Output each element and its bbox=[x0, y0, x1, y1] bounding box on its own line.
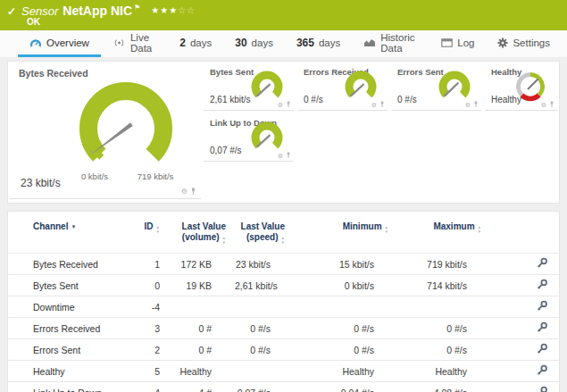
errors-sent-gauge bbox=[434, 70, 475, 105]
channel-name-cell[interactable]: Bytes Received bbox=[8, 254, 128, 275]
tile-pin-icon[interactable] bbox=[473, 101, 479, 108]
tab-historic-data[interactable]: Historic Data bbox=[352, 30, 429, 57]
channel-id-cell: 2 bbox=[128, 339, 163, 361]
minimum-cell: 15 kbit/s bbox=[303, 254, 406, 275]
gauge-min-label: 0 kbit/s bbox=[63, 171, 126, 181]
maximum-cell: 0 #/s bbox=[406, 339, 506, 361]
maximum-cell: 719 kbit/s bbox=[406, 254, 506, 275]
gauge-current-value: Healthy bbox=[491, 95, 521, 104]
gauge-tile-healthy[interactable]: Healthy Healthy ⚙ bbox=[485, 63, 557, 111]
channel-table: Channel▼ ID▲▼ Last Value (volume)▲▼ Last… bbox=[8, 217, 561, 392]
tile-pin-icon[interactable] bbox=[549, 101, 554, 108]
tile-pin-icon[interactable] bbox=[190, 188, 196, 196]
gauge-current-value: 23 kbit/s bbox=[21, 177, 61, 189]
table-row[interactable]: Link Up to Down 4 4 # 0,07 #/s 0,04 #/s … bbox=[8, 382, 561, 392]
tab-live-data[interactable]: Live Data bbox=[101, 30, 168, 57]
gear-icon bbox=[497, 38, 508, 48]
tile-gear-icon[interactable]: ⚙ bbox=[278, 102, 283, 108]
table-row[interactable]: Errors Sent 2 0 # 0 #/s 0 #/s 0 #/s bbox=[8, 339, 561, 361]
sort-caret-icon: ▼ bbox=[71, 224, 76, 229]
tile-gear-icon[interactable]: ⚙ bbox=[541, 102, 546, 108]
stars-filled: ★★★ bbox=[151, 5, 178, 15]
last-value-volume-cell: 172 KB bbox=[163, 254, 235, 275]
channel-settings-icon[interactable] bbox=[537, 343, 548, 356]
channel-name-cell[interactable]: Bytes Sent bbox=[8, 275, 128, 296]
tab-2-days[interactable]: 2 days bbox=[168, 30, 223, 57]
gauge-current-value: 0 #/s bbox=[397, 95, 417, 104]
table-row[interactable]: Healthy 5 Healthy Healthy Healthy bbox=[8, 361, 561, 382]
channel-name-cell[interactable]: Errors Received bbox=[8, 318, 128, 339]
tab-label: days bbox=[190, 38, 212, 48]
channel-id-cell: 1 bbox=[128, 254, 163, 275]
channel-settings-icon[interactable] bbox=[537, 257, 548, 271]
channel-name-cell[interactable]: Link Up to Down bbox=[8, 382, 128, 392]
tile-gear-icon[interactable]: ⚙ bbox=[371, 102, 377, 108]
channel-name-cell[interactable]: Errors Sent bbox=[8, 339, 128, 361]
minimum-cell: Healthy bbox=[303, 361, 406, 382]
column-header-last-value-speed[interactable]: Last Value (speed)▲▼ bbox=[235, 217, 303, 254]
last-value-speed-cell bbox=[235, 296, 303, 318]
channel-name-cell[interactable]: Healthy bbox=[8, 361, 128, 382]
priority-flag-icon[interactable]: ⚑ bbox=[134, 4, 140, 12]
gauge-tile-errors-sent[interactable]: Errors Sent 0 #/s ⚙ bbox=[391, 63, 481, 111]
column-header-last-value-volume[interactable]: Last Value (volume)▲▼ bbox=[163, 217, 235, 254]
sort-icon: ▲▼ bbox=[478, 226, 481, 234]
channel-settings-icon[interactable] bbox=[537, 279, 548, 292]
minimum-cell: 0 kbit/s bbox=[303, 275, 406, 296]
column-header-maximum[interactable]: Maximum▲▼ bbox=[406, 217, 506, 254]
tab-number: 2 bbox=[179, 37, 186, 49]
sort-icon: ▲▼ bbox=[281, 237, 285, 245]
tab-settings[interactable]: Settings bbox=[486, 30, 562, 57]
tile-pin-icon[interactable] bbox=[379, 101, 385, 108]
channel-settings-icon[interactable] bbox=[537, 386, 548, 392]
tile-gear-icon[interactable]: ⚙ bbox=[278, 153, 283, 159]
log-table-icon bbox=[441, 38, 453, 47]
overview-gauges-panel: Bytes Received 0 kbit/s 719 kbit/s 23 kb… bbox=[7, 61, 560, 204]
gauge-tile-bytes-sent[interactable]: Bytes Sent 2,61 kbit/s ⚙ bbox=[204, 63, 294, 111]
table-row[interactable]: Bytes Sent 0 19 KB 2,61 kbit/s 0 kbit/s … bbox=[8, 275, 561, 296]
bytes-received-gauge bbox=[54, 78, 197, 171]
tile-pin-icon[interactable] bbox=[286, 101, 291, 108]
maximum-cell: 714 kbit/s bbox=[406, 275, 506, 296]
last-value-speed-cell bbox=[235, 361, 303, 382]
channel-settings-icon[interactable] bbox=[537, 364, 548, 378]
tab-overview[interactable]: Overview bbox=[18, 30, 101, 57]
channel-settings-icon[interactable] bbox=[537, 300, 548, 313]
tab-label: days bbox=[252, 38, 273, 48]
last-value-volume-cell: 4 # bbox=[163, 382, 235, 392]
minimum-cell: 0,04 #/s bbox=[303, 382, 406, 392]
channel-id-cell: 3 bbox=[128, 318, 163, 339]
tab-label: Live Data bbox=[130, 32, 156, 54]
tile-gear-icon[interactable]: ⚙ bbox=[465, 102, 471, 108]
column-header-channel[interactable]: Channel▼ bbox=[8, 217, 128, 254]
gauge-tile-link-up-to-down[interactable]: Link Up to Down 0,07 #/s ⚙ bbox=[204, 114, 294, 162]
channel-id-cell: 0 bbox=[128, 275, 163, 296]
tab-365-days[interactable]: 365 days bbox=[285, 30, 352, 57]
gauge-tile-bytes-received[interactable]: Bytes Received 0 kbit/s 719 kbit/s 23 kb… bbox=[10, 63, 201, 199]
actions-cell bbox=[506, 318, 561, 339]
channel-settings-icon[interactable] bbox=[537, 321, 548, 335]
table-row[interactable]: Downtime -4 bbox=[8, 296, 561, 318]
column-header-minimum[interactable]: Minimum▲▼ bbox=[303, 217, 406, 254]
area-chart-icon bbox=[363, 38, 376, 47]
channel-table-body: Bytes Received 1 172 KB 23 kbit/s 15 kbi… bbox=[8, 254, 561, 392]
column-header-id[interactable]: ID▲▼ bbox=[128, 217, 163, 254]
bytes-sent-gauge bbox=[246, 70, 288, 105]
tab-30-days[interactable]: 30 days bbox=[223, 30, 285, 57]
actions-cell bbox=[506, 254, 561, 275]
ok-check-icon: ✓ bbox=[7, 5, 16, 18]
last-value-volume-cell: 19 KB bbox=[163, 275, 235, 296]
channel-name-cell[interactable]: Downtime bbox=[8, 296, 128, 318]
table-row[interactable]: Bytes Received 1 172 KB 23 kbit/s 15 kbi… bbox=[8, 254, 561, 275]
gauge-icon bbox=[29, 38, 42, 48]
tile-gear-icon[interactable]: ⚙ bbox=[181, 188, 188, 196]
tile-pin-icon[interactable] bbox=[286, 152, 291, 159]
table-row[interactable]: Errors Received 3 0 # 0 #/s 0 #/s 0 #/s bbox=[8, 318, 561, 339]
stars-empty: ☆☆ bbox=[178, 5, 196, 15]
gauge-tile-errors-received[interactable]: Errors Received 0 #/s ⚙ bbox=[297, 63, 388, 111]
tab-log[interactable]: Log bbox=[429, 30, 486, 57]
gauge-current-value: 2,61 kbit/s bbox=[210, 95, 251, 104]
priority-stars[interactable]: ★★★☆☆ bbox=[151, 5, 196, 15]
actions-cell bbox=[506, 361, 561, 382]
tab-label: Log bbox=[457, 38, 474, 48]
